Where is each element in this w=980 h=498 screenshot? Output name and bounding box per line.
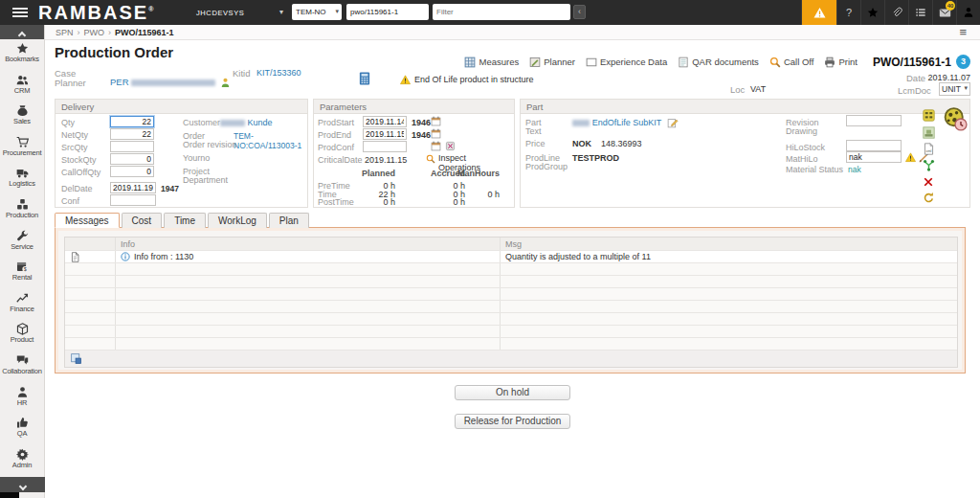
sidebar-item-crm[interactable]: CRM [0,71,44,102]
customer-value[interactable]: Kunde [220,118,273,127]
list-icon [915,7,926,18]
document-id-input[interactable] [346,4,429,20]
delivery-panel: Delivery Qty NetQty SrcQty StockQty Call… [55,99,308,208]
netqty-input[interactable] [110,128,154,140]
part-value[interactable]: EndOfLife SubKIT [572,117,679,128]
calendar-icon[interactable] [431,128,441,139]
deldate-label: DelDate [61,184,93,193]
hilostock-input[interactable] [846,140,902,151]
system-caret-icon[interactable]: ▾ [279,8,283,16]
machine-icon[interactable] [923,126,935,139]
clear-date-icon[interactable] [445,141,456,151]
sidebar-item-product[interactable]: Product [0,320,44,351]
prodstart-input[interactable] [363,116,407,127]
stockqty-label: StockQty [61,155,97,165]
sidebar-item-service[interactable]: Service [0,227,44,259]
tab-cost[interactable]: Cost [122,213,163,228]
main-menu-icon[interactable] [12,8,28,18]
messages-table: InfoMsgInfo from : 1130Quantity is adjus… [64,237,958,368]
svg-text:xml: xml [926,149,932,153]
lcmdoc-select[interactable]: UNIT▾ [939,82,970,96]
sidebar-item-production[interactable]: Production [0,195,44,227]
xml-document-icon[interactable]: xml [923,143,935,155]
on-hold-button[interactable]: On hold [455,385,570,400]
redo-icon[interactable] [923,192,935,204]
sidebar-item-finance[interactable]: Finance [0,289,44,321]
breadcrumb-item[interactable]: PWO [84,28,105,37]
rambase-logo[interactable]: RAMBASE® [38,2,153,24]
planner-value[interactable]: PER [110,77,231,88]
conf-input[interactable] [110,194,156,206]
export-icon[interactable] [70,352,82,365]
hilostock-label: HiLoStock [786,143,825,152]
lists-button[interactable] [908,0,932,25]
structure-icon[interactable] [923,159,935,171]
revision-input[interactable] [846,115,902,126]
inspect-operations-link[interactable]: Inspect Operations [426,153,438,164]
attachments-button[interactable] [884,0,908,25]
message-row[interactable]: Info from : 1130Quantity is adjusted to … [65,251,957,263]
user-button[interactable] [956,0,980,25]
sidebar-item-rental[interactable]: $Rental [0,258,44,289]
status-badge[interactable]: 3 [956,55,970,69]
mail-count-badge: 40 [946,1,955,11]
stockqty-input[interactable] [110,153,154,165]
tab-worklog[interactable]: WorkLog [208,213,267,228]
gear-icon [16,448,29,461]
delete-icon[interactable] [923,176,934,188]
document-menu-icon[interactable]: ≡ [959,25,967,39]
breadcrumb-item[interactable]: SPN [56,28,74,37]
sidebar-item-sales[interactable]: Sales [0,102,44,133]
netqty-label: NetQty [61,130,88,140]
sidebar-item-collaboration[interactable]: Collaboration [0,351,44,383]
release-for-production-button[interactable]: Release for Production [455,414,570,429]
sidebar-item-admin[interactable]: Admin [0,445,44,477]
action-print[interactable]: Print [824,57,858,68]
kit-icon[interactable] [923,109,935,122]
srcqty-input[interactable] [110,141,154,152]
action-experience-data[interactable]: Experience Data [586,57,667,68]
calendar-icon[interactable] [431,141,441,151]
prodend-input[interactable] [363,128,407,140]
sidebar-item-procurement[interactable]: Procurement [0,133,44,165]
sidebar-item-bookmarks[interactable]: Bookmarks [0,39,44,71]
tab-plan[interactable]: Plan [269,213,309,228]
info-column-header: Info [115,238,500,250]
mathilo-input[interactable] [846,151,902,163]
calendar-icon[interactable] [431,116,441,126]
messages-header-row: InfoMsg [65,238,957,251]
qty-input[interactable] [110,116,154,127]
sidebar-item-hr[interactable]: HR [0,383,44,415]
action-call-off[interactable]: Call Off [769,57,814,68]
sidebar-scroll-down[interactable] [0,477,45,492]
messages-button[interactable]: 40 [932,0,956,25]
alerts-button[interactable] [801,0,836,25]
filter-input[interactable] [433,4,570,20]
sidebar-collapse-up[interactable] [0,25,44,39]
favorites-button[interactable] [860,0,884,25]
collapse-search-button[interactable]: ‹ [573,5,586,19]
calloffqty-input[interactable] [110,166,154,177]
action-qar-documents[interactable]: QAR documents [678,57,759,68]
sidebar-item-logistics[interactable]: Logistics [0,164,44,195]
order-link[interactable]: TEM-NO:COA/113003-1 [234,131,307,150]
gear-clock-icon[interactable] [943,106,968,131]
sidebar-item-label: Sales [0,117,44,125]
edit-part-icon[interactable] [667,117,679,128]
part-panel-title: Part [521,100,969,114]
help-button[interactable]: ? [836,0,860,25]
company-select[interactable]: TEM-NO▾ [292,4,342,20]
deldate-input[interactable] [110,182,156,193]
kitid-link[interactable]: KIT/153360 [256,68,301,78]
calculator-icon[interactable] [359,72,370,85]
tab-messages[interactable]: Messages [55,213,120,228]
action-measures[interactable]: Measures [464,57,519,68]
deldate-week: 1947 [161,184,179,193]
prodconf-input[interactable] [363,141,407,152]
topbar: RAMBASE® JHCDEVSYS ▾ TEM-NO▾ ‹ ? 40 [0,0,980,25]
breadcrumb-item[interactable]: PWO/115961-1 [115,28,174,37]
sidebar-item-qa[interactable]: QA [0,414,44,445]
chart-icon [16,292,29,305]
tab-time[interactable]: Time [164,213,206,228]
action-planner[interactable]: Planner [529,57,575,68]
